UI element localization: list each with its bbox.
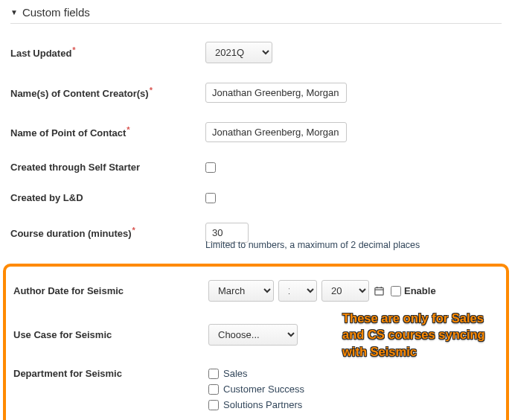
label-ld: Created by L&D xyxy=(10,192,205,203)
checkbox-enable-date[interactable] xyxy=(391,286,401,296)
label-last-updated: Last Updated* xyxy=(10,45,205,59)
label-enable: Enable xyxy=(404,285,436,296)
label-duration: Course duration (minutes)* xyxy=(10,226,205,239)
caret-down-icon: ▼ xyxy=(10,8,18,16)
section-title: Custom fields xyxy=(22,6,90,19)
section-header[interactable]: ▼ Custom fields xyxy=(10,6,502,24)
checkbox-ld[interactable] xyxy=(205,193,216,203)
label-self-starter: Created through Self Starter xyxy=(10,162,205,173)
row-creators: Name(s) of Content Creator(s)* xyxy=(10,83,502,103)
dept-option-cs[interactable]: Customer Success xyxy=(208,384,304,395)
input-poc[interactable] xyxy=(205,122,347,142)
row-poc: Name of Point of Contact* xyxy=(10,122,502,142)
dept-option-sp[interactable]: Solutions Partners xyxy=(208,399,302,410)
label-poc: Name of Point of Contact* xyxy=(10,125,205,139)
row-department: Department for Seismic Sales Customer Su… xyxy=(13,368,499,410)
select-last-updated[interactable]: 2021Q1 xyxy=(205,42,272,63)
row-self-starter: Created through Self Starter xyxy=(10,162,502,173)
checkbox-dept-cs[interactable] xyxy=(208,384,219,395)
input-creators[interactable] xyxy=(205,83,347,103)
row-author-date: Author Date for Seismic March 12 2021 xyxy=(13,280,499,302)
checkbox-dept-sp[interactable] xyxy=(208,400,219,410)
row-last-updated: Last Updated* 2021Q1 xyxy=(10,42,502,63)
label-creators: Name(s) of Content Creator(s)* xyxy=(10,86,205,99)
checkbox-dept-sales[interactable] xyxy=(208,369,219,379)
row-ld: Created by L&D xyxy=(10,192,502,203)
seismic-highlight-group: Author Date for Seismic March 12 2021 xyxy=(3,264,509,420)
row-use-case: Use Case for Seismic Choose... xyxy=(13,324,499,346)
label-author-date: Author Date for Seismic xyxy=(13,285,208,296)
calendar-icon[interactable] xyxy=(374,285,385,296)
label-department: Department for Seismic xyxy=(13,368,208,379)
label-use-case: Use Case for Seismic xyxy=(13,329,208,340)
select-day[interactable]: 12 xyxy=(278,280,317,302)
select-use-case[interactable]: Choose... xyxy=(208,324,298,346)
select-year[interactable]: 2021 xyxy=(321,280,369,302)
dept-option-sales[interactable]: Sales xyxy=(208,368,248,379)
svg-rect-0 xyxy=(375,287,383,295)
select-month[interactable]: March xyxy=(208,280,274,302)
checkbox-self-starter[interactable] xyxy=(205,162,216,173)
